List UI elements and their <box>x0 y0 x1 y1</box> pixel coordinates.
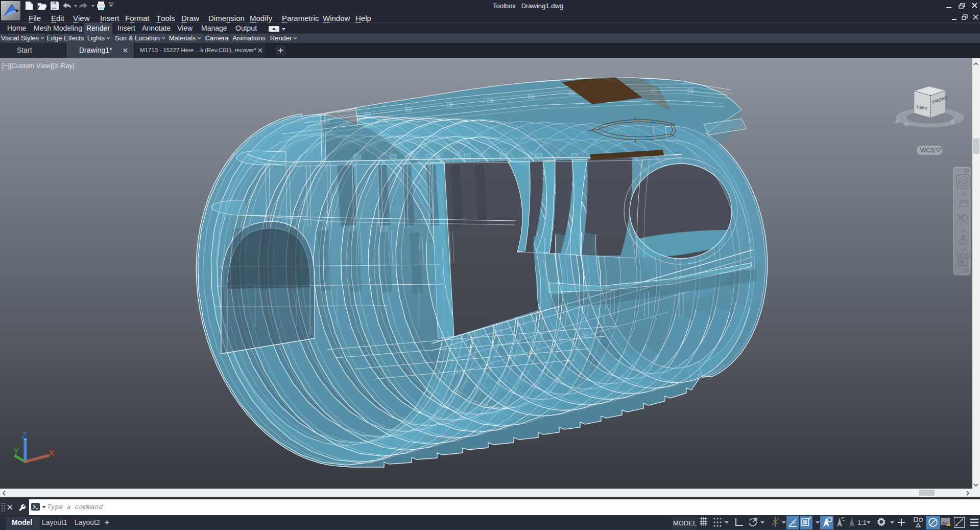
svg-text:Y: Y <box>13 446 19 456</box>
svg-text:WCS: WCS <box>920 147 935 154</box>
svg-text:X: X <box>49 448 54 458</box>
svg-text:1:1: 1:1 <box>857 519 867 526</box>
svg-text:[−][Custom View][X-Ray]: [−][Custom View][X-Ray] <box>2 62 75 70</box>
svg-text:Z: Z <box>21 430 27 440</box>
